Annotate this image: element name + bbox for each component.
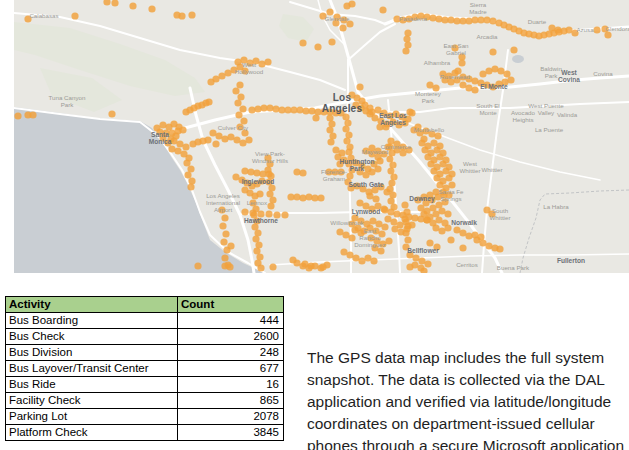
count-cell[interactable]: 444 — [178, 313, 284, 329]
gps-description-text: The GPS data map includes the full syste… — [307, 347, 627, 450]
gps-point — [403, 35, 410, 42]
gps-point — [327, 138, 334, 145]
activity-cell[interactable]: Bus Layover/Transit Center — [6, 361, 178, 377]
park-area — [14, 22, 205, 96]
map-place-label: La Habra — [543, 203, 569, 210]
header-cell-count[interactable]: Count — [178, 297, 284, 313]
map-place-label: SantaMonica — [149, 131, 172, 145]
count-cell[interactable]: 865 — [178, 393, 284, 409]
gps-point — [489, 48, 496, 55]
activity-cell[interactable]: Bus Division — [6, 345, 178, 361]
gps-point — [232, 87, 239, 94]
gps-point — [111, 0, 118, 7]
map-place-label: Inglewood — [242, 178, 275, 186]
gps-point — [483, 16, 490, 23]
gps-point — [604, 31, 611, 38]
gps-point — [465, 17, 472, 24]
gps-point — [411, 214, 418, 221]
count-cell[interactable]: 16 — [178, 377, 284, 393]
count-cell[interactable]: 2078 — [178, 409, 284, 425]
gps-point — [426, 239, 433, 246]
gps-point — [503, 70, 510, 77]
map-place-label: Glendale — [325, 15, 350, 22]
report-page: CalabasasTuna CanyonParkSantaMonicaGlend… — [0, 0, 629, 450]
gps-point — [401, 215, 408, 222]
gps-point — [299, 194, 306, 201]
gps-point — [317, 194, 324, 201]
count-cell[interactable]: 677 — [178, 361, 284, 377]
gps-point — [402, 229, 409, 236]
gps-point — [236, 81, 243, 88]
activity-cell[interactable]: Bus Ride — [6, 377, 178, 393]
gps-point — [222, 230, 229, 237]
activity-cell[interactable]: Bus Boarding — [6, 313, 178, 329]
activity-cell[interactable]: Bus Check — [6, 329, 178, 345]
road — [348, 24, 395, 60]
table-header-row: Activity Count — [6, 297, 284, 313]
map-place-label: WestWhittier — [460, 160, 481, 174]
gps-data-map[interactable]: CalabasasTuna CanyonParkSantaMonicaGlend… — [14, 0, 629, 273]
gps-point — [496, 245, 503, 252]
gps-point — [381, 223, 388, 230]
gps-point — [370, 257, 377, 264]
activity-cell[interactable]: Parking Lot — [6, 409, 178, 425]
table-row: Bus Layover/Transit Center 677 — [6, 361, 284, 377]
map-place-label: Maywood — [362, 148, 389, 155]
gps-point — [361, 101, 368, 108]
map-place-label: Duarte — [528, 18, 547, 25]
gps-point — [188, 11, 195, 18]
map-place-label: Cerritos — [456, 261, 478, 268]
gps-point — [269, 263, 276, 270]
count-cell[interactable]: 2600 — [178, 329, 284, 345]
gps-point — [234, 99, 241, 106]
gps-point — [319, 263, 326, 270]
gps-point — [182, 143, 189, 150]
map-place-label: Florence-Graham — [321, 168, 347, 182]
map-place-label: Glendora — [605, 25, 629, 32]
map-place-label: Los AngelesInternationalAirport — [206, 192, 240, 213]
gps-point — [212, 140, 219, 147]
gps-point — [393, 210, 400, 217]
gps-point — [408, 109, 415, 116]
count-cell[interactable]: 3845 — [178, 425, 284, 441]
map-place-label: WestCovina — [558, 69, 580, 83]
header-cell-activity[interactable]: Activity — [6, 297, 178, 313]
gps-point — [71, 12, 78, 19]
count-cell[interactable]: 248 — [178, 345, 284, 361]
gps-point — [235, 111, 242, 118]
table-row: Parking Lot 2078 — [6, 409, 284, 425]
gps-point — [424, 260, 431, 267]
gps-point — [266, 104, 273, 111]
gps-point — [267, 202, 274, 209]
map-place-label: Calabasas — [29, 12, 58, 19]
gps-point — [272, 105, 279, 112]
map-place-label: South ElMonte — [476, 102, 499, 116]
gps-point — [377, 247, 384, 254]
gps-point — [220, 238, 227, 245]
map-place-label: MontereyPark — [415, 90, 442, 104]
gps-point — [471, 86, 478, 93]
gps-point — [207, 78, 214, 85]
gps-point — [404, 236, 411, 243]
gps-point — [447, 16, 454, 23]
map-place-label: Alhambra — [424, 59, 451, 66]
gps-point — [510, 46, 517, 53]
table-row: Facility Check 865 — [6, 393, 284, 409]
table-row: Bus Boarding 444 — [6, 313, 284, 329]
gps-point — [221, 254, 228, 261]
gps-point — [188, 177, 195, 184]
gps-point — [444, 210, 451, 217]
activity-count-table: Activity Count Bus Boarding 444 Bus Chec… — [5, 296, 284, 441]
gps-point — [299, 39, 306, 46]
lake — [512, 55, 524, 63]
gps-point — [204, 136, 211, 143]
gps-point — [445, 174, 452, 181]
gps-point — [184, 171, 191, 178]
map-place-label: Covina — [593, 70, 613, 77]
activity-cell[interactable]: Platform Check — [6, 425, 178, 441]
activity-cell[interactable]: Facility Check — [6, 393, 178, 409]
table-row: Bus Ride 16 — [6, 377, 284, 393]
map-place-label: Lennox — [247, 199, 268, 206]
gps-point — [305, 193, 312, 200]
gps-point — [256, 190, 263, 197]
